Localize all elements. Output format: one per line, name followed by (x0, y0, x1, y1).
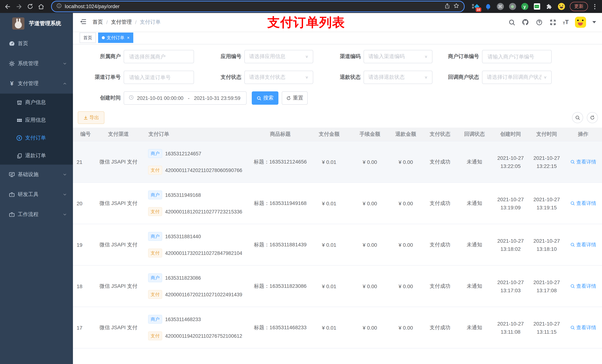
order-numbers: 商户1635311468233 支付4200001194202110276752… (143, 315, 254, 340)
forward-icon[interactable] (14, 2, 24, 11)
merchant-order-no-input[interactable] (482, 50, 552, 63)
tab-label: 首页 (83, 35, 92, 41)
breadcrumb-payment[interactable]: 支付管理 (111, 19, 132, 26)
merchant-input-field[interactable] (129, 53, 189, 60)
field-label: 渠道订单号 (89, 74, 124, 81)
fee-amount: ¥ 0.00 (351, 283, 388, 289)
view-detail-link[interactable]: 查看详情 (564, 324, 602, 331)
sidebar-item-infrastructure[interactable]: 基础设施 (0, 165, 73, 185)
font-size-icon[interactable]: TT (563, 19, 569, 25)
refund-status-select[interactable]: 请选择退款状态 ∨ (364, 71, 432, 84)
refresh-button[interactable] (587, 112, 598, 123)
view-detail-link[interactable]: 查看详情 (564, 241, 602, 248)
reload-icon[interactable] (25, 2, 35, 11)
date-start[interactable]: 2021-10-01 00:00:00 (137, 95, 183, 101)
notify-status-select[interactable]: 请选择订单回调商户状态 ∨ (482, 71, 552, 84)
home-icon[interactable] (36, 2, 46, 11)
order-id: 20 (73, 200, 94, 206)
show-search-button[interactable] (572, 112, 583, 123)
sidebar-item-home[interactable]: 首页 (0, 34, 73, 54)
created-time: 2021-10-2713:18:02 (492, 237, 529, 253)
search-button[interactable]: 搜索 (252, 91, 279, 105)
bookmark-star-icon[interactable] (453, 3, 460, 10)
field-label: 应用编号 (194, 53, 244, 60)
grid-icon (16, 117, 22, 124)
clock-icon (129, 94, 134, 102)
extension-record-icon[interactable] (509, 3, 516, 10)
tab-pay-order[interactable]: 支付订单 × (98, 32, 133, 43)
sidebar-item-refund-order[interactable]: 退款订单 (0, 147, 73, 165)
extension-command-icon[interactable]: ⌘ (496, 3, 504, 10)
view-detail-link[interactable]: 查看详情 (564, 158, 602, 165)
app-logo[interactable]: 芋道管理系统 (0, 13, 73, 34)
channel-order-no-input[interactable] (124, 71, 194, 84)
date-end[interactable]: 2021-10-31 23:59:59 (194, 95, 240, 101)
app-select[interactable]: 请选择应用信息 ∨ (244, 50, 313, 63)
user-menu-caret-icon[interactable] (592, 21, 596, 23)
browser-update-button[interactable]: 更新 (570, 2, 588, 11)
extensions-area: 10 ⌘ y 更新 (470, 2, 599, 11)
extension-y-icon[interactable]: y (521, 3, 528, 10)
col-created: 创建时间 (492, 131, 529, 138)
view-detail-link[interactable]: 查看详情 (564, 283, 602, 290)
share-icon[interactable] (444, 3, 450, 10)
breadcrumb-home[interactable]: 首页 (93, 19, 103, 26)
export-button[interactable]: 导出 (78, 111, 104, 124)
collapse-sidebar-icon[interactable] (80, 18, 87, 26)
notify-status: 未通知 (457, 200, 492, 207)
tab-home[interactable]: 首页 (80, 32, 96, 43)
sidebar-item-app-info[interactable]: 应用信息 (0, 111, 73, 129)
order-id: 21 (73, 159, 94, 165)
extension-diamond-icon[interactable]: 10 (472, 3, 479, 10)
orders-table: 编号 支付渠道 支付订单 商品标题 支付金额 手续金额 退款金额 支付状态 回调… (73, 128, 602, 364)
sidebar-item-merchant-info[interactable]: 商户信息 (0, 94, 73, 111)
refund-amount: ¥ 0.00 (388, 325, 423, 331)
briefcase-icon (9, 191, 15, 198)
order-id: 18 (73, 283, 94, 289)
pay-status-select[interactable]: 请选择支付状态 ∨ (244, 71, 313, 84)
paid-time: 2021-10-2713:17:08 (529, 278, 564, 294)
extension-balloon-icon[interactable] (484, 3, 492, 10)
site-info-icon[interactable] (56, 3, 62, 10)
close-icon[interactable]: × (127, 35, 129, 40)
pay-channel: 微信 JSAPI 支付 (94, 158, 143, 165)
field-label: 商户订单编号 (432, 53, 482, 60)
merchant-input[interactable] (124, 50, 194, 63)
search-icon[interactable] (508, 19, 515, 26)
channel-order-no-field[interactable] (129, 74, 189, 81)
back-icon[interactable] (3, 2, 13, 11)
chevron-down-icon: ∨ (305, 75, 308, 79)
github-icon[interactable] (522, 19, 529, 26)
sidebar-item-workflow[interactable]: 工作流程 (0, 205, 73, 225)
browser-menu-icon[interactable] (593, 4, 597, 9)
sidebar-item-payment[interactable]: ¥ 支付管理 (0, 74, 73, 94)
sidebar-item-system[interactable]: 系统管理 (0, 54, 73, 74)
channel-code-select[interactable]: 请输入渠道编码 ∨ (364, 50, 432, 63)
profile-avatar-icon[interactable] (558, 3, 565, 10)
view-detail-link[interactable]: 查看详情 (564, 200, 602, 207)
create-time-range-picker[interactable]: 2021-10-01 00:00:00 - 2021-10-31 23:59:5… (124, 91, 247, 105)
address-bar[interactable]: localhost:1024/pay/order (51, 1, 465, 12)
url-text[interactable]: localhost:1024/pay/order (65, 4, 441, 9)
tags-view-bar: 首页 支付订单 × (73, 31, 602, 44)
pay-channel: 微信 JSAPI 支付 (94, 324, 143, 331)
sidebar-item-label: 应用信息 (25, 117, 67, 124)
help-icon[interactable] (535, 19, 543, 26)
extension-chat-icon[interactable] (533, 3, 540, 10)
logo-image (12, 17, 24, 29)
col-title: 商品标题 (254, 131, 307, 138)
pay-tag: 支付 (148, 290, 162, 299)
app-title: 芋道管理系统 (29, 20, 61, 27)
fullscreen-icon[interactable] (549, 19, 557, 26)
yen-icon: ¥ (9, 80, 15, 87)
reset-button[interactable]: 重置 (282, 91, 308, 105)
sidebar-item-dev-tools[interactable]: 研发工具 (0, 185, 73, 205)
extensions-puzzle-icon[interactable] (545, 3, 553, 10)
pay-status: 支付成功 (423, 241, 457, 248)
browser-toolbar: localhost:1024/pay/order 10 ⌘ y (0, 0, 602, 13)
user-avatar[interactable] (575, 17, 586, 28)
sidebar-item-pay-order[interactable]: ¥ 支付订单 (0, 129, 73, 147)
chevron-up-icon (63, 81, 67, 86)
merchant-order-no-field[interactable] (487, 53, 547, 60)
pay-tag: 支付 (148, 166, 162, 175)
